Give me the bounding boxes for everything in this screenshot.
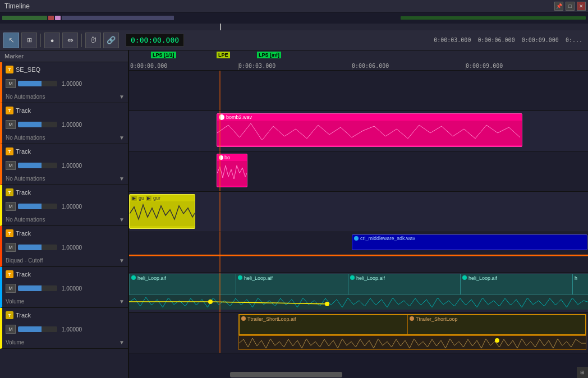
toolbar: ↖ ⊞ ● ⇔ ⏱ 🔗 0:00:00.000 0:00:03.000 0:00… [0,30,588,50]
track-title-row-1: T Track [2,103,128,118]
heli-icon-2 [238,275,242,280]
bomb2-clip-header: bomb2.wav [217,114,522,121]
automation-arrow-3[interactable]: ▼ [119,216,125,223]
heli-label-3: heli_Loop.aif [356,275,385,281]
pin-button[interactable]: 📌 [554,2,563,11]
arrow-tool-button[interactable]: ↖ [3,33,19,48]
track-icon-5: T [6,270,13,278]
yellow-clip[interactable]: ▶ gu ▶ gur [129,194,195,229]
track-title-row-3: T Track [2,185,128,200]
volume-slider-5[interactable] [18,285,57,291]
heli-waveform-area [129,295,588,310]
volume-slider-3[interactable] [18,204,57,209]
chain-button[interactable]: 🔗 [103,33,119,48]
ttrailer-icon-1 [241,316,246,321]
ttrailer-automation-svg [239,336,586,350]
track-header-se-seq: T SE_SEQ M 1.00000 No Automations ▼ [0,62,128,103]
ttrailer-2: Ttrailer_ShortLoop [408,315,576,334]
automation-arrow-1[interactable]: ▼ [119,135,125,141]
heli-loop-container[interactable]: heli_Loop.aif heli_Loop.aif heli_Loop.ai… [129,274,588,295]
yellow-clip-arrow1: ▶ [131,196,137,201]
mute-btn-3[interactable]: M [6,202,16,211]
ttrailer-icon-2 [410,316,414,321]
close-button[interactable]: ✕ [577,2,586,11]
link-button[interactable]: ⇔ [62,33,78,48]
volume-slider-se-seq[interactable] [18,81,57,86]
small-clip-waveform [217,161,247,186]
heli-loop-labels: heli_Loop.aif heli_Loop.aif heli_Loop.ai… [130,274,588,294]
ttrailer-clip-container[interactable]: Ttrailer_ShortLoop.aif Ttrailer_ShortLoo… [238,314,586,335]
ttrailer-1: Ttrailer_ShortLoop.aif [240,315,408,334]
progress-seg5 [401,16,586,20]
ruler-t3: 0:00:03.000 [238,63,275,69]
automation-arrow-2[interactable]: ▼ [119,176,125,182]
volume-slider-2[interactable] [18,163,57,168]
ruler-time-9: 0:00:09.000 [522,37,559,43]
corner-box: ⊞ [577,367,588,378]
main-container: Marker T SE_SEQ M 1.00000 No Automations… [0,50,588,378]
automation-arrow-4[interactable]: ▼ [119,257,125,264]
title-bar-text: Timeline [4,2,30,10]
track-controls-row-3: M 1.00000 [2,200,128,213]
maximize-button[interactable]: □ [566,2,575,11]
heli-label-5: h [575,275,577,281]
playhead-row1 [219,111,220,151]
track-icon-2: T [6,147,13,155]
toolbar-separator1 [40,34,41,47]
h-scrollbar-thumb[interactable] [230,372,342,377]
track-name-5: Track [16,271,31,278]
svg-point-9 [495,338,499,343]
automation-label-2: No Automations [6,176,117,182]
mute-btn-6[interactable]: M [6,325,16,334]
razor-tool-button[interactable]: ⊞ [21,33,37,48]
svg-point-7 [325,302,329,306]
heli-label-4: heli_Loop.aif [468,275,497,281]
automation-row-1: No Automations ▼ [2,131,128,144]
progress-seg3 [55,16,61,20]
blue-clip-header: cri_middleware_sdk.wav [352,235,587,242]
ruler-tick-3 [466,63,466,70]
ttrailer-label-2: Ttrailer_ShortLoop [416,316,458,322]
automation-arrow-se-seq[interactable]: ▼ [119,94,125,100]
track-icon-3: T [6,188,13,196]
bomb2-waveform [217,121,522,145]
mute-btn-2[interactable]: M [6,161,16,170]
mute-btn-se-seq[interactable]: M [6,79,16,88]
svg-line-5 [210,302,327,304]
volume-val-5: 1.00000 [62,285,82,292]
small-pink-clip[interactable]: bo [217,154,247,187]
automation-arrow-5[interactable]: ▼ [119,298,125,305]
blue-clip[interactable]: cri_middleware_sdk.wav [352,234,587,250]
track-name-1: Track [16,107,31,114]
volume-slider-4[interactable] [18,245,57,250]
heli-icon-1 [131,275,136,280]
title-bar: Timeline 📌 □ ✕ [0,0,588,12]
ruler-t6: 0:00:06.000 [352,63,389,69]
h-scrollbar[interactable] [129,371,588,378]
automation-label-6: Volume [6,339,117,345]
bomb2-clip[interactable]: bomb2.wav [217,113,522,147]
volume-slider-6[interactable] [18,326,57,332]
toolbar-separator2 [81,34,82,47]
track-header-4: T Track M 1.00000 Biquad - Cutoff ▼ [0,226,128,267]
mute-btn-5[interactable]: M [6,284,16,293]
svg-point-6 [208,299,213,304]
playhead-area [0,24,588,30]
yellow-clip-label1: gu [139,195,144,201]
heli-loop-2: heli_Loop.aif [236,274,348,294]
volume-val-4: 1.00000 [62,245,82,251]
timeline-track-row-5: heli_Loop.aif heli_Loop.aif heli_Loop.ai… [129,273,588,313]
timeline-track-row-4: cri_middleware_sdk.wav [129,232,588,273]
track-title-row-4: T Track [2,226,128,241]
automation-line-orange [129,255,588,256]
snap-button[interactable]: ● [44,33,60,48]
ttrailer-waveform-area [238,335,586,350]
clock-button[interactable]: ⏱ [85,33,101,48]
mute-btn-4[interactable]: M [6,243,16,252]
automation-arrow-6[interactable]: ▼ [119,339,125,345]
volume-slider-1[interactable] [18,122,57,127]
mute-btn-1[interactable]: M [6,120,16,129]
track-icon-se-seq: T [6,66,13,73]
track-controls-row-5: M 1.00000 [2,282,128,295]
automation-label-3: No Automations [6,216,117,223]
